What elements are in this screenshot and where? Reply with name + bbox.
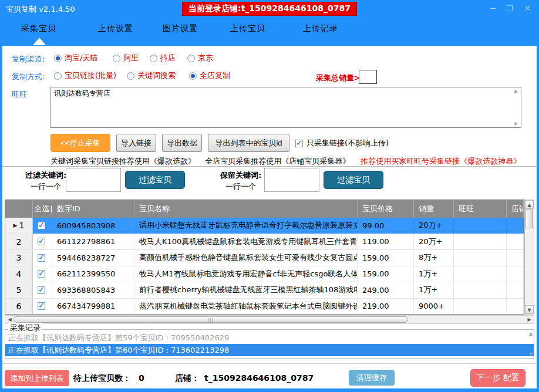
tab-image-settings[interactable]: 图片设置 (163, 23, 198, 34)
main-panel: 复制渠道: 淘宝/天猫 阿里 抖店 京东 复制方式: 宝贝链接(批量) 关键词搜… (2, 46, 537, 388)
table-row[interactable]: 4 662112399550 牧马人M1有线鼠标电竞游戏专用宏静音cf非无声轻c… (5, 266, 524, 283)
cell-price: 99.00 (358, 218, 414, 234)
checkbox-checked-icon[interactable] (38, 302, 45, 310)
row-checkbox-cell[interactable] (33, 282, 52, 298)
scrollbar-thumb[interactable]: ||| (14, 316, 408, 323)
row-checkbox-cell[interactable] (33, 299, 52, 315)
clear-cache-button[interactable]: 清理缓存 (349, 370, 395, 386)
scrollbar-grip: ||| (207, 318, 214, 323)
cell-sales: 20万+ (414, 218, 454, 234)
row-checkbox-cell[interactable] (33, 218, 52, 234)
keep-keywords-input[interactable] (264, 168, 319, 192)
channel-radio-ali[interactable]: 阿里 (113, 53, 139, 63)
title-bar: 宝贝复制 v2.1.4.50 当前登录店铺:t_1509284646108_07… (0, 0, 539, 18)
header-name[interactable]: 宝贝名称 (134, 200, 358, 218)
header-sales[interactable]: 销量 (414, 200, 454, 218)
table-row[interactable]: 5 693368805843 前行者樱桃cherry轴机械键盘无线蓝牙三模黑红轴… (5, 282, 524, 299)
mode-radio-wholeshop[interactable]: 全店复制 (189, 70, 230, 81)
table-row[interactable]: 2 661122798861 牧马人K100真机械键盘鼠标套装电竞游戏专用键鼠耳… (5, 234, 524, 251)
scroll-up-icon[interactable]: ▲ (514, 88, 517, 93)
exclude-keywords-input[interactable] (66, 168, 121, 192)
next-step-button[interactable]: 下一步 配置 (470, 369, 525, 387)
cell-sales: 1万+ (414, 282, 454, 298)
cell-shop (507, 282, 524, 298)
row-checkbox-cell[interactable] (33, 234, 52, 250)
radio-off-icon (113, 55, 120, 62)
scroll-down-icon[interactable]: ▼ (525, 305, 534, 314)
header-rownum (5, 200, 33, 218)
checkbox-checked-icon[interactable] (38, 222, 45, 229)
cell-wangwang (454, 234, 507, 250)
mode-radio-links[interactable]: 宝贝链接(批量) (54, 70, 116, 81)
shop-label: 店铺： (175, 373, 200, 384)
checkbox-checked-icon[interactable] (38, 254, 45, 262)
textarea-scrollbar[interactable]: ▲ ▼ (512, 88, 520, 127)
header-select-all[interactable]: 全选 (33, 200, 52, 218)
header-wangwang[interactable]: 旺旺 (454, 200, 507, 218)
checkbox-checked-icon[interactable] (38, 238, 45, 245)
row-checkbox-cell[interactable] (33, 250, 52, 266)
window-controls: ─ ❐ ✕ (490, 3, 531, 13)
minimize-icon[interactable]: ─ (490, 3, 495, 13)
cell-name: 适用小米联想无线蓝牙鼠标充电静音语音打字戴尔惠普原装原装女生 (134, 218, 358, 234)
table-row[interactable]: ▶1 600945803908 适用小米联想无线蓝牙鼠标充电静音语音打字戴尔惠普… (5, 218, 524, 234)
cell-name: 牧马人K100真机械键盘鼠标套装电竞游戏专用键鼠耳机三件套青轴茶轴... (134, 234, 358, 250)
log-list[interactable]: 正在抓取【讯则达数码专营店】第59个宝贝ID : 709550402629 正在… (5, 329, 534, 359)
export-ids-button[interactable]: 导出列表中的宝贝id (208, 134, 289, 152)
table-row[interactable]: 3 594468238727 高颜值机械手感粉色静音键盘鼠标套装女生可爱有线少女… (5, 250, 524, 266)
channel-radio-douyin[interactable]: 抖店 (150, 53, 176, 63)
scroll-right-icon[interactable]: ▶ (525, 316, 533, 323)
row-number: 2 (5, 234, 33, 250)
cell-wangwang (454, 266, 507, 282)
channel-radio-jd[interactable]: 京东 (187, 53, 213, 63)
radio-off-icon (54, 72, 62, 80)
only-links-checkbox-row[interactable]: 只采集链接(不影响上传) (295, 138, 389, 148)
stop-collect-button[interactable]: <<停止采集 (50, 134, 110, 152)
exclude-filter-button[interactable]: 过滤宝贝 (125, 171, 185, 189)
log-scrollbar[interactable]: ▲ ▼ (528, 331, 535, 357)
mode-radio-keyword[interactable]: 关键词搜索 (127, 70, 176, 81)
header-id[interactable]: 数字ID (52, 200, 134, 218)
scrollbar-thumb[interactable] (525, 209, 533, 228)
table-vertical-scrollbar[interactable]: ▲ ▼ (524, 200, 534, 315)
scroll-down-icon[interactable]: ▼ (514, 121, 517, 127)
divider (2, 166, 537, 167)
scroll-down-icon[interactable]: ▼ (529, 352, 533, 357)
export-data-button[interactable]: 导出数据 (162, 134, 202, 152)
channel-radio-taobao[interactable]: 淘宝/天猫 (54, 53, 97, 63)
row-number: 6 (5, 299, 33, 315)
checkbox-checked-icon[interactable] (38, 270, 45, 278)
cell-sales: 20万+ (414, 234, 454, 250)
radio-on-icon (54, 55, 62, 62)
add-to-upload-button[interactable]: 添加到上传列表 (5, 370, 69, 386)
shop-value: t_1509284646108_0787 (204, 373, 314, 383)
checkbox-checked-icon[interactable] (38, 286, 45, 294)
tab-upload-items[interactable]: 上传宝贝 (230, 23, 265, 34)
wangwang-label: 旺旺 (12, 89, 27, 100)
checkbox-checked-icon[interactable] (295, 140, 303, 147)
min-sales-input[interactable] (359, 70, 377, 84)
import-links-button[interactable]: 导入链接 (116, 134, 156, 152)
tab-upload-history[interactable]: 上传记录 (303, 23, 338, 34)
keep-filter-button[interactable]: 过滤宝贝 (324, 171, 383, 189)
table-horizontal-scrollbar[interactable]: ◀ ||| ▶ (5, 315, 534, 324)
row-checkbox-cell[interactable] (33, 266, 52, 282)
maximize-icon[interactable]: ❐ (506, 3, 514, 13)
scroll-up-icon[interactable]: ▲ (529, 331, 533, 336)
tip-wholeshop: 全店宝贝采集推荐使用《店铺宝贝采集器》 (205, 157, 350, 165)
header-price[interactable]: 宝贝价格 (358, 200, 414, 218)
table-row[interactable]: 6 667434799881 蒸汽朋克机械键盘电竞茶轴红轴鼠标套装笔记本台式电脑… (5, 299, 524, 315)
exclude-keywords-label: 过滤关键词: 一行一个 (23, 170, 68, 192)
cell-name: 前行者樱桃cherry轴机械键盘无线蓝牙三模黑红轴茶轴108游戏电竞 (134, 282, 358, 298)
scroll-up-icon[interactable]: ▲ (525, 200, 534, 209)
products-table: 全选 数字ID 宝贝名称 宝贝价格 销量 旺旺 店铺 ▶1 6009458039… (5, 200, 524, 315)
log-line[interactable]: 正在抓取【讯则达数码专营店】第59个宝贝ID : 709550402629 (5, 332, 534, 344)
close-icon[interactable]: ✕ (524, 3, 531, 13)
log-line-selected[interactable]: 正在抓取【讯则达数码专营店】第60个宝贝ID : 713602213298 (5, 344, 534, 356)
radio-off-icon (150, 55, 157, 62)
tab-collect[interactable]: 采集宝贝 (21, 23, 56, 34)
header-shop[interactable]: 店铺 (507, 200, 524, 218)
tab-upload-settings[interactable]: 上传设置 (98, 23, 133, 34)
row-number: 5 (5, 282, 33, 298)
wangwang-textarea[interactable]: 讯则达数码专营店 (50, 87, 521, 128)
